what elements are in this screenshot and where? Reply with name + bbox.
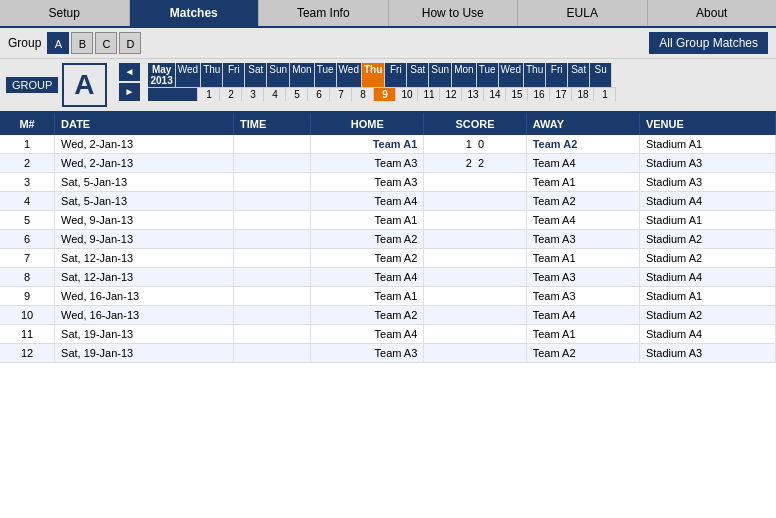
group-label: Group (8, 36, 41, 50)
col-date: DATE (55, 113, 234, 135)
cal-day-tue2: Tue (477, 63, 499, 87)
cal-num-12[interactable]: 12 (440, 87, 462, 101)
cal-num-6[interactable]: 6 (308, 87, 330, 101)
cell-venue: Stadium A2 (639, 306, 775, 325)
cell-date: Sat, 19-Jan-13 (55, 325, 234, 344)
cell-date: Sat, 5-Jan-13 (55, 173, 234, 192)
cell-venue: Stadium A4 (639, 325, 775, 344)
cell-score (424, 230, 526, 249)
cal-day-wed1: Wed (176, 63, 201, 87)
col-away: AWAY (526, 113, 639, 135)
cal-num-4[interactable]: 4 (264, 87, 286, 101)
tab-howtouse[interactable]: How to Use (389, 0, 519, 26)
cal-month: May 2013 (148, 63, 175, 87)
cell-date: Sat, 12-Jan-13 (55, 249, 234, 268)
cell-score (424, 325, 526, 344)
cal-num-3[interactable]: 3 (242, 87, 264, 101)
cell-venue: Stadium A2 (639, 230, 775, 249)
cell-date: Wed, 16-Jan-13 (55, 306, 234, 325)
cell-venue: Stadium A3 (639, 173, 775, 192)
cal-num-10[interactable]: 10 (396, 87, 418, 101)
cell-away: Team A1 (526, 249, 639, 268)
cell-match-num: 3 (0, 173, 55, 192)
cell-time (233, 230, 310, 249)
cell-away: Team A4 (526, 154, 639, 173)
cal-num-5[interactable]: 5 (286, 87, 308, 101)
cal-num-14[interactable]: 14 (484, 87, 506, 101)
prev-arrow[interactable]: ◄ (119, 63, 141, 81)
matches-table: M# DATE TIME HOME SCORE AWAY VENUE 1 Wed… (0, 113, 776, 363)
cell-score (424, 173, 526, 192)
cal-num-7[interactable]: 7 (330, 87, 352, 101)
cell-date: Wed, 2-Jan-13 (55, 135, 234, 154)
cell-venue: Stadium A2 (639, 249, 775, 268)
cal-num-16[interactable]: 16 (528, 87, 550, 101)
cal-num-18[interactable]: 18 (572, 87, 594, 101)
cal-num-1[interactable]: 1 (198, 87, 220, 101)
cell-match-num: 8 (0, 268, 55, 287)
cell-home: Team A2 (311, 230, 424, 249)
cell-score: 1 0 (424, 135, 526, 154)
cell-home: Team A2 (311, 306, 424, 325)
group-btn-a[interactable]: A (47, 32, 69, 54)
tab-teaminfo[interactable]: Team Info (259, 0, 389, 26)
cell-score (424, 344, 526, 363)
col-time: TIME (233, 113, 310, 135)
table-row: 3 Sat, 5-Jan-13 Team A3 Team A1 Stadium … (0, 173, 776, 192)
tab-matches[interactable]: Matches (130, 0, 260, 26)
cell-venue: Stadium A3 (639, 154, 775, 173)
cal-day-su: Su (590, 63, 612, 87)
col-home: HOME (311, 113, 424, 135)
cell-score (424, 211, 526, 230)
cell-home: Team A1 (311, 287, 424, 306)
cell-time (233, 135, 310, 154)
group-btn-b[interactable]: B (71, 32, 93, 54)
calendar-grid: May 2013 Wed Thu Fri Sat Sun Mon Tue Wed… (148, 63, 770, 107)
cell-time (233, 306, 310, 325)
cell-match-num: 12 (0, 344, 55, 363)
cell-venue: Stadium A1 (639, 287, 775, 306)
cal-day-thu1: Thu (201, 63, 223, 87)
group-btn-d[interactable]: D (119, 32, 141, 54)
cell-time (233, 154, 310, 173)
cal-day-thu2-highlight: Thu (362, 63, 385, 87)
cell-away: Team A4 (526, 211, 639, 230)
cal-num-15[interactable]: 15 (506, 87, 528, 101)
cal-num-17[interactable]: 17 (550, 87, 572, 101)
cal-num-13[interactable]: 13 (462, 87, 484, 101)
cell-away: Team A2 (526, 192, 639, 211)
cell-match-num: 5 (0, 211, 55, 230)
cal-num-2[interactable]: 2 (220, 87, 242, 101)
cal-num-9-highlight[interactable]: 9 (374, 87, 396, 101)
cal-num-8[interactable]: 8 (352, 87, 374, 101)
col-score: SCORE (424, 113, 526, 135)
cell-time (233, 211, 310, 230)
cell-score: 2 2 (424, 154, 526, 173)
tab-about[interactable]: About (648, 0, 777, 26)
cell-home: Team A4 (311, 325, 424, 344)
cell-match-num: 6 (0, 230, 55, 249)
table-header-row: M# DATE TIME HOME SCORE AWAY VENUE (0, 113, 776, 135)
group-btn-c[interactable]: C (95, 32, 117, 54)
cal-num-11[interactable]: 11 (418, 87, 440, 101)
tab-eula[interactable]: EULA (518, 0, 648, 26)
tab-setup[interactable]: Setup (0, 0, 130, 26)
cal-day-sat1: Sat (245, 63, 267, 87)
table-row: 2 Wed, 2-Jan-13 Team A3 2 2 Team A4 Stad… (0, 154, 776, 173)
cell-date: Sat, 5-Jan-13 (55, 192, 234, 211)
cell-date: Sat, 12-Jan-13 (55, 268, 234, 287)
next-arrow[interactable]: ► (119, 83, 141, 101)
table-row: 10 Wed, 16-Jan-13 Team A2 Team A4 Stadiu… (0, 306, 776, 325)
cal-day-thu3: Thu (524, 63, 546, 87)
cell-date: Sat, 19-Jan-13 (55, 344, 234, 363)
cell-away: Team A4 (526, 306, 639, 325)
cell-away: Team A2 (526, 135, 639, 154)
calendar-row: GROUP A ◄ ► May 2013 Wed Thu Fri Sat Sun… (0, 59, 776, 113)
cell-score (424, 192, 526, 211)
cal-num-su[interactable]: 1 (594, 87, 616, 101)
table-row: 6 Wed, 9-Jan-13 Team A2 Team A3 Stadium … (0, 230, 776, 249)
all-group-matches-button[interactable]: All Group Matches (649, 32, 768, 54)
cal-day-sat3: Sat (568, 63, 590, 87)
cell-score (424, 306, 526, 325)
table-row: 7 Sat, 12-Jan-13 Team A2 Team A1 Stadium… (0, 249, 776, 268)
